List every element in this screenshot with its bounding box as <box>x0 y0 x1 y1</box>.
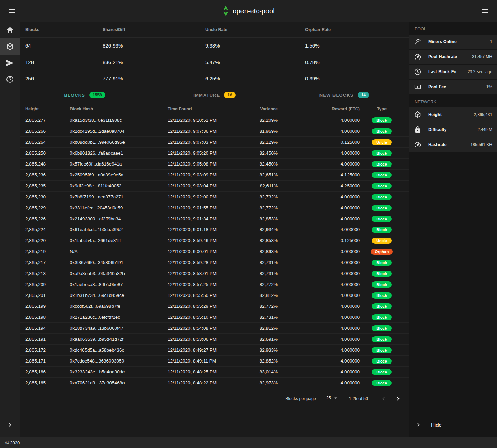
block-row[interactable]: 2,865,213 0xa9a8eab3...03a340a82b 12/11/… <box>20 268 409 279</box>
block-row[interactable]: 2,865,209 0x1aebeca8...8f67c05e87 12/11/… <box>20 279 409 290</box>
stat-network-difficulty: Difficulty 2.449 M <box>409 122 497 137</box>
nav-item-help[interactable] <box>0 71 20 88</box>
block-type-chip: Block <box>372 183 392 189</box>
pagination-bar: Blocks per page 25 1-25 of 50 <box>20 388 409 409</box>
blocks-per-page-select[interactable]: 25 <box>326 394 339 403</box>
luck-shares-value: 826.93% <box>103 43 205 49</box>
block-row[interactable]: 2,865,277 0xa15d3f38...0e31f1908c 12/11/… <box>20 115 409 126</box>
block-row[interactable]: 2,865,250 0x6b801826...fa9adcaee1 12/11/… <box>20 148 409 159</box>
right-menu-button[interactable] <box>478 4 492 18</box>
block-type-chip: Uncle <box>372 139 392 145</box>
pool-luck-row: 128 836.21% 5.47% 0.78% <box>20 54 409 70</box>
hamburger-icon <box>481 7 489 15</box>
page-range: 1-25 of 50 <box>349 396 368 401</box>
block-height: 2,865,209 <box>25 282 70 287</box>
block-type-chip: Block <box>372 314 392 320</box>
tab-label: IMMATURE <box>193 93 220 98</box>
block-row[interactable]: 2,865,191 0xaa063539...b95d41d72f 12/11/… <box>20 334 409 345</box>
menu-button[interactable] <box>5 4 19 18</box>
block-hash: 0x18d734a9...13b6060f47 <box>70 326 168 331</box>
luck-uncle-value: 5.47% <box>205 59 305 65</box>
block-hash: 0x7b8f7199...aea377a271 <box>70 194 168 199</box>
block-row[interactable]: 2,865,229 0x3311efec...20453d0e59 12/11/… <box>20 202 409 213</box>
block-row[interactable]: 2,865,224 0x61eabfcd...1b0cba39b2 12/11/… <box>20 224 409 235</box>
luck-orphan-value: 0.78% <box>305 59 404 65</box>
block-type-chip: Block <box>372 161 392 167</box>
block-reward: 4.000000 <box>278 369 360 374</box>
col-type: Type <box>360 107 404 111</box>
block-reward: 4.000000 <box>278 161 360 167</box>
stat-label: Hashrate <box>428 142 447 147</box>
block-reward: 4.000000 <box>278 227 360 232</box>
block-hash: 0xaa063539...b95d41d72f <box>70 337 168 342</box>
block-row[interactable]: 2,865,230 0x7b8f7199...aea377a271 12/11/… <box>20 192 409 202</box>
block-time: 12/11/2020, 8:59:28 PM <box>168 260 240 265</box>
block-variance: 82,852% <box>240 358 278 364</box>
stat-label: Last Block Fo... <box>428 69 460 74</box>
block-hash: 0x61eabfcd...1b0cba39b2 <box>70 227 168 232</box>
block-row[interactable]: 2,865,171 0x7cdce548...3636093050 12/11/… <box>20 356 409 367</box>
block-row[interactable]: 2,865,236 0x25095f69...a0d39e9e5a 12/11/… <box>20 170 409 181</box>
block-row[interactable]: 2,865,266 0x2dc4295d...2dae0a8704 12/11/… <box>20 126 409 137</box>
hide-sidebar-button[interactable]: Hide <box>409 417 497 433</box>
block-variance: 83,014% <box>240 369 278 374</box>
block-row[interactable]: 2,865,219 N/A 12/11/2020, 9:00:01 PM 82,… <box>20 246 409 257</box>
block-row[interactable]: 2,865,198 0x271a236c...0efcfdf2ec 12/11/… <box>20 312 409 323</box>
pool-luck-header: Blocks Shares/Diff Uncle Rate Orphan Rat… <box>20 22 409 38</box>
col-variance: Variance <box>240 107 278 111</box>
tab-blocks[interactable]: BLOCKS 1558 <box>20 87 149 103</box>
block-reward: 4.000000 <box>278 129 360 134</box>
block-reward: 4.000000 <box>278 205 360 210</box>
block-row[interactable]: 2,865,235 0x9df2e98e...811fc40052 12/11/… <box>20 181 409 192</box>
block-row[interactable]: 2,865,264 0xb08dd0b1...99e066d95e 12/11/… <box>20 137 409 148</box>
tab-new-blocks[interactable]: NEW BLOCKS 14 <box>279 87 409 103</box>
blocks-cube-icon <box>6 42 14 51</box>
payments-send-icon <box>6 59 14 67</box>
block-hash: 0x7cdce548...3636093050 <box>70 358 168 364</box>
block-row[interactable]: 2,865,199 0xccdf562f...69a698b7fe 12/11/… <box>20 301 409 312</box>
block-type-chip: Block <box>372 205 392 211</box>
block-hash: 0xa70621d9...37e305468a <box>70 380 168 385</box>
block-hash: 0x3f367660...345806b191 <box>70 260 168 265</box>
stat-value: 23.2 sec. ago <box>468 69 492 74</box>
tab-count-badge: 14 <box>358 92 369 98</box>
block-row[interactable]: 2,865,172 0xdc465d5a...a58beb436c 12/11/… <box>20 345 409 356</box>
block-hash: 0x271a236c...0efcfdf2ec <box>70 315 168 320</box>
help-icon <box>6 75 14 83</box>
block-variance: 81,969% <box>240 129 278 134</box>
col-blocks: Blocks <box>25 27 103 32</box>
nav-item-home[interactable] <box>0 22 20 38</box>
block-type-chip: Block <box>372 194 392 200</box>
block-row[interactable]: 2,865,166 0x3233243e...b5a4aa30dc 12/11/… <box>20 367 409 378</box>
copyright-text: © 2020 <box>5 440 20 445</box>
block-height: 2,865,277 <box>25 118 70 123</box>
block-type-chip: Block <box>372 117 392 123</box>
nav-item-blocks[interactable] <box>0 38 20 55</box>
block-type-chip: Block <box>372 347 392 353</box>
block-height: 2,865,201 <box>25 293 70 298</box>
block-row[interactable]: 2,865,226 0x21493300...af2ff9ba34 12/11/… <box>20 213 409 224</box>
stat-pool-fee: Pool Fee 1% <box>409 80 497 94</box>
tab-label: BLOCKS <box>64 93 86 98</box>
stat-label: Height <box>428 112 442 117</box>
pool-section-title: POOL <box>409 22 497 35</box>
expand-left-nav-button[interactable] <box>0 417 20 433</box>
block-variance: 82,691% <box>240 337 278 342</box>
chevron-right-icon <box>6 421 14 429</box>
nav-item-payments[interactable] <box>0 55 20 71</box>
block-row[interactable]: 2,865,165 0xa70621d9...37e305468a 12/11/… <box>20 378 409 388</box>
block-row[interactable]: 2,865,248 0x57fec60f...da616e941a 12/11/… <box>20 159 409 170</box>
block-row[interactable]: 2,865,194 0x18d734a9...13b6060f47 12/11/… <box>20 323 409 334</box>
block-row[interactable]: 2,865,217 0x3f367660...345806b191 12/11/… <box>20 257 409 268</box>
block-hash: 0x9df2e98e...811fc40052 <box>70 183 168 188</box>
block-hash: 0x57fec60f...da616e941a <box>70 161 168 167</box>
block-row[interactable]: 2,865,201 0x1b31b734...69c1d45ace 12/11/… <box>20 290 409 301</box>
prev-page-button[interactable] <box>378 393 390 405</box>
pool-luck-row: 256 777.91% 6.25% 0.39% <box>20 70 409 87</box>
tab-immature[interactable]: IMMATURE 16 <box>149 87 279 103</box>
block-type-chip: Block <box>372 172 392 178</box>
block-reward: 0.125000 <box>278 238 360 243</box>
next-page-button[interactable] <box>392 393 404 405</box>
block-row[interactable]: 2,865,220 0x1fabe54a...2661de81ff 12/11/… <box>20 235 409 246</box>
stat-last-block-found: Last Block Fo... 23.2 sec. ago <box>409 65 497 79</box>
